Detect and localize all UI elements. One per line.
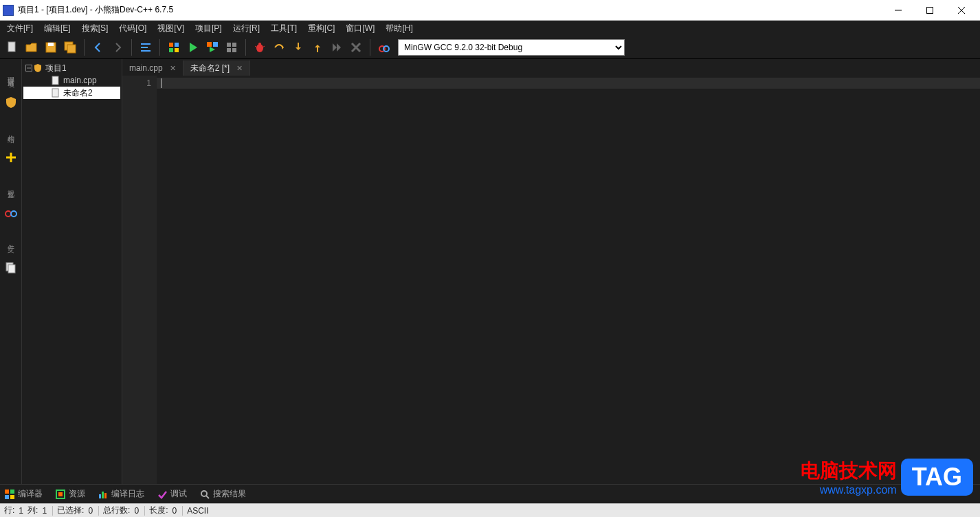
step-into-button[interactable]	[289, 38, 308, 57]
tree-file-label: main.cpp	[63, 76, 97, 85]
close-icon[interactable]: ✕	[170, 64, 176, 73]
rail-files[interactable]: 文件	[1, 227, 21, 253]
svg-rect-39	[99, 494, 101, 498]
code-editor[interactable]: 1	[122, 76, 980, 484]
tree-file-label: 未命名2	[63, 87, 93, 99]
rail-glasses[interactable]	[1, 199, 21, 226]
compiler-select[interactable]: MinGW GCC 9.2.0 32-bit Debug	[398, 39, 625, 56]
step-over-button[interactable]	[269, 38, 289, 57]
minimize-button[interactable]	[882, 0, 914, 21]
svg-rect-10	[175, 43, 179, 47]
svg-rect-36	[10, 495, 14, 499]
btab-compiler[interactable]: 编译器	[4, 488, 43, 500]
save-button[interactable]	[41, 38, 60, 57]
tab-main-cpp[interactable]: main.cpp ✕	[122, 60, 183, 76]
debug-button[interactable]	[250, 38, 269, 57]
compile-run-button[interactable]	[203, 38, 222, 57]
svg-rect-40	[102, 492, 104, 498]
stop-debug-button[interactable]	[346, 38, 366, 57]
menu-project[interactable]: 项目[P]	[190, 21, 227, 36]
svg-rect-34	[10, 490, 14, 494]
save-all-button[interactable]	[60, 38, 80, 57]
current-line-highlight	[157, 78, 980, 89]
svg-point-25	[5, 211, 11, 217]
status-line-value: 1	[19, 506, 23, 516]
status-length-value: 0	[172, 506, 183, 516]
btab-build-log[interactable]: 编译日志	[98, 488, 144, 500]
forward-button[interactable]	[108, 38, 127, 57]
svg-rect-14	[213, 42, 218, 47]
line-gutter: 1	[122, 76, 157, 484]
btab-search-results[interactable]: 搜索结果	[199, 488, 246, 500]
step-out-button[interactable]	[308, 38, 327, 57]
rail-watch[interactable]: 监视	[1, 172, 21, 198]
tree-file[interactable]: main.cpp	[23, 74, 120, 87]
grid-icon	[4, 489, 15, 500]
menu-search[interactable]: 搜索[S]	[76, 21, 114, 36]
menu-help[interactable]: 帮助[H]	[380, 21, 418, 36]
menu-view[interactable]: 视图[V]	[152, 21, 190, 36]
btab-debug[interactable]: 调试	[157, 488, 187, 500]
tab-unnamed2[interactable]: 未命名2 [*] ✕	[183, 60, 250, 76]
svg-rect-4	[8, 42, 15, 52]
close-icon[interactable]: ✕	[236, 64, 243, 73]
btab-label: 资源	[69, 488, 85, 500]
window-title: 项目1 - [项目1.dev] - 小熊猫Dev-C++ 6.7.5	[18, 4, 882, 16]
status-total-lines-value: 0	[134, 506, 145, 516]
svg-rect-32	[52, 89, 58, 97]
shield-icon	[4, 96, 18, 109]
toolbar: MinGW GCC 9.2.0 32-bit Debug	[0, 36, 980, 59]
compile-button[interactable]	[164, 38, 183, 57]
menu-code[interactable]: 代码[O]	[113, 21, 152, 36]
menu-run[interactable]: 运行[R]	[227, 21, 265, 36]
collapse-icon[interactable]	[25, 64, 33, 72]
svg-rect-6	[48, 43, 54, 46]
rail-edit[interactable]: 结构	[1, 117, 21, 143]
status-selected-value: 0	[88, 506, 99, 516]
svg-rect-31	[52, 76, 58, 85]
status-selected-label: 已选择:	[57, 505, 84, 516]
check-icon	[157, 489, 168, 500]
rail-documents[interactable]	[1, 254, 21, 280]
window-controls	[882, 0, 977, 21]
svg-point-22	[258, 43, 261, 45]
continue-button[interactable]	[327, 38, 346, 57]
rail-project-manager[interactable]: 项目管理	[1, 62, 21, 88]
rail-plus[interactable]	[1, 144, 21, 170]
tree-file[interactable]: 未命名2	[23, 87, 120, 99]
svg-rect-17	[227, 48, 231, 52]
close-button[interactable]	[946, 0, 977, 21]
run-button[interactable]	[183, 38, 203, 57]
svg-rect-28	[8, 265, 15, 273]
new-file-button[interactable]	[3, 38, 22, 57]
menu-edit[interactable]: 编辑[E]	[38, 21, 76, 36]
menu-tools[interactable]: 工具[T]	[265, 21, 302, 36]
resource-icon	[55, 489, 66, 500]
svg-line-43	[206, 496, 209, 498]
format-code-button[interactable]	[136, 38, 155, 57]
btab-label: 搜索结果	[213, 488, 246, 500]
maximize-button[interactable]	[914, 0, 946, 21]
menu-file[interactable]: 文件[F]	[1, 21, 38, 36]
menu-refactor[interactable]: 重构[C]	[302, 21, 340, 36]
open-file-button[interactable]	[22, 38, 41, 57]
add-watch-button[interactable]	[375, 38, 394, 57]
back-button[interactable]	[89, 38, 108, 57]
status-bar: 行: 1 列: 1 已选择: 0 总行数: 0 长度: 0 ASCII	[0, 503, 980, 517]
btab-label: 调试	[170, 488, 187, 500]
btab-resource[interactable]: 资源	[55, 488, 85, 500]
svg-rect-16	[232, 43, 236, 47]
svg-rect-15	[227, 43, 231, 47]
menu-window[interactable]: 窗口[W]	[340, 21, 380, 36]
svg-rect-9	[169, 43, 173, 47]
rail-structure[interactable]	[1, 89, 21, 116]
rebuild-button[interactable]	[222, 38, 241, 57]
code-content[interactable]	[157, 76, 980, 484]
svg-point-42	[201, 491, 207, 496]
svg-rect-1	[927, 7, 933, 13]
btab-label: 编译日志	[111, 488, 144, 500]
tab-label: 未命名2 [*]	[190, 63, 230, 74]
menu-bar: 文件[F] 编辑[E] 搜索[S] 代码[O] 视图[V] 项目[P] 运行[R…	[0, 21, 980, 36]
tree-root[interactable]: 项目1	[23, 62, 120, 74]
editor-tabs: main.cpp ✕ 未命名2 [*] ✕	[122, 59, 980, 76]
